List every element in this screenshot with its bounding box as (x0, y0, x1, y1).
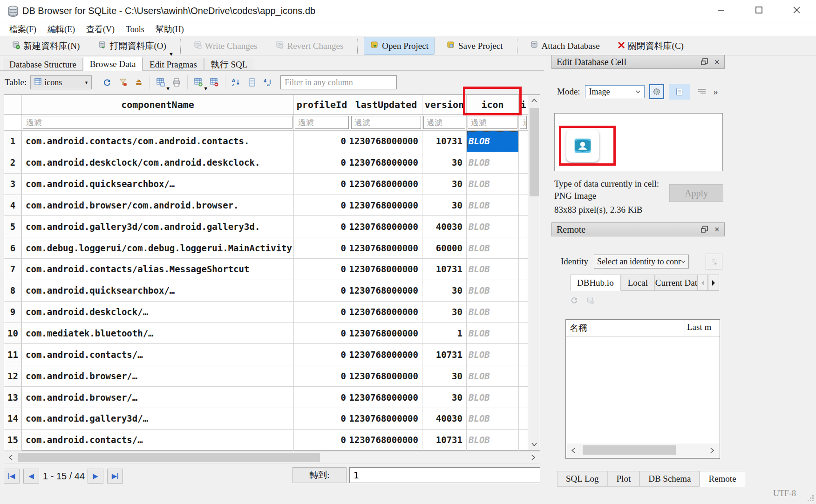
table-row[interactable]: 11com.android.contacts/…0123076800000010… (4, 344, 540, 365)
cell-lastUpdated[interactable]: 1230768000000 (350, 237, 422, 258)
cell-partial[interactable] (519, 323, 528, 344)
cell-profileId[interactable]: 0 (294, 216, 350, 237)
save-filter-icon[interactable] (131, 75, 147, 89)
cell-profileId[interactable]: 0 (294, 195, 350, 216)
scroll-down-icon[interactable] (528, 439, 540, 450)
cell-version[interactable]: 30 (422, 174, 467, 195)
cell-icon-blob[interactable]: BLOB (467, 152, 519, 173)
cell-partial[interactable] (519, 344, 528, 365)
attach-database-button[interactable]: Attach Database (524, 37, 605, 54)
table-row[interactable]: 6com.debug.loggerui/com.debug.loggerui.M… (4, 237, 540, 259)
cell-componentName[interactable]: com.android.gallery3d/… (22, 408, 294, 429)
cell-partial[interactable] (519, 430, 528, 450)
overflow-chevrons-icon[interactable]: » (714, 87, 717, 97)
column-header-componentName[interactable]: componentName (22, 95, 294, 114)
clear-filters-icon[interactable] (115, 75, 131, 89)
column-header-lastUpdated[interactable]: lastUpdated (350, 95, 422, 114)
column-header-version[interactable]: version (422, 95, 467, 114)
cell-partial[interactable] (519, 365, 528, 386)
scroll-right-icon[interactable] (706, 444, 719, 457)
cell-lastUpdated[interactable]: 1230768000000 (350, 259, 422, 280)
minimize-button[interactable] (711, 2, 731, 18)
filter-input-componentName[interactable]: 過濾 (22, 114, 294, 130)
sort-asc-icon[interactable]: Az (228, 75, 244, 89)
cell-version[interactable]: 30 (422, 152, 467, 173)
dock-tab-plot[interactable]: Plot (608, 471, 640, 487)
word-wrap-button[interactable] (695, 85, 709, 99)
tab-edit-pragmas[interactable]: Edit Pragmas (143, 58, 204, 71)
column-header-partial[interactable]: i (519, 95, 528, 114)
cell-componentName[interactable]: com.android.browser/… (22, 365, 294, 386)
import-data-button[interactable] (649, 84, 664, 99)
sort-desc-icon[interactable]: 4a (260, 75, 276, 89)
cell-componentName[interactable]: com.android.contacts/alias.MessageShortc… (22, 259, 294, 280)
delete-record-button[interactable] (206, 75, 222, 89)
table-row[interactable]: 7com.android.contacts/alias.MessageShort… (4, 259, 540, 280)
cell-componentName[interactable]: com.android.quicksearchbox/… (22, 280, 294, 301)
open-log-icon[interactable] (244, 75, 260, 89)
previous-record-button[interactable]: ◀ (23, 469, 39, 484)
cell-profileId[interactable]: 0 (294, 237, 350, 258)
cell-componentName[interactable]: com.android.gallery3d/com.android.galler… (22, 216, 294, 237)
scroll-up-icon[interactable] (528, 95, 540, 106)
cell-partial[interactable] (519, 174, 528, 195)
table-row[interactable]: 3com.android.quicksearchbox/…01230768000… (4, 174, 540, 195)
close-panel-icon[interactable]: × (714, 59, 720, 65)
cell-lastUpdated[interactable]: 1230768000000 (350, 430, 422, 450)
cell-partial[interactable] (519, 131, 528, 152)
cell-profileId[interactable]: 0 (294, 365, 350, 386)
column-header-icon[interactable]: icon (467, 95, 519, 114)
new-database-button[interactable]: 新建資料庫(N) (6, 37, 85, 55)
tab-browse-data[interactable]: Browse Data (83, 57, 143, 71)
cell-icon-blob[interactable]: BLOB (467, 259, 519, 280)
cell-partial[interactable] (519, 237, 528, 258)
cell-profileId[interactable]: 0 (294, 344, 350, 365)
filter-input-partial[interactable]: 過濾 (519, 114, 528, 130)
cell-version[interactable]: 10731 (422, 259, 467, 280)
horizontal-scroll-thumb[interactable] (18, 453, 320, 462)
cell-lastUpdated[interactable]: 1230768000000 (350, 216, 422, 237)
tab-scroll-left-button[interactable] (698, 275, 708, 291)
cell-componentName[interactable]: com.debug.loggerui/com.debug.loggerui.Ma… (22, 237, 294, 258)
filter-input-lastUpdated[interactable]: 過濾 (350, 114, 422, 130)
cell-profileId[interactable]: 0 (294, 131, 350, 152)
remote-refresh-icon[interactable] (570, 296, 578, 306)
cell-icon-blob[interactable]: BLOB (467, 430, 519, 450)
write-changes-button[interactable]: Write Changes (187, 37, 263, 54)
cell-icon-blob[interactable]: BLOB (467, 344, 519, 365)
filter-input-icon[interactable]: 過濾 (467, 114, 519, 130)
horizontal-scroll-thumb[interactable] (583, 445, 676, 455)
cell-componentName[interactable]: com.android.contacts/… (22, 430, 294, 450)
scroll-left-icon[interactable] (4, 451, 17, 464)
cell-icon-blob[interactable]: BLOB (467, 323, 519, 344)
remote-clone-database-icon[interactable] (586, 296, 594, 306)
menu-item-2[interactable]: 查看(V) (81, 23, 120, 36)
cell-profileId[interactable]: 0 (294, 408, 350, 429)
tab-scroll-right-button[interactable] (708, 275, 719, 291)
cell-version[interactable]: 30 (422, 387, 467, 408)
cell-partial[interactable] (519, 152, 528, 173)
cell-icon-blob[interactable]: BLOB (467, 280, 519, 301)
print-button[interactable] (169, 75, 184, 89)
cell-version[interactable]: 10731 (422, 131, 467, 152)
cell-icon-blob[interactable]: BLOB (467, 195, 519, 216)
cell-componentName[interactable]: com.mediatek.bluetooth/… (22, 323, 294, 344)
cell-lastUpdated[interactable]: 1230768000000 (350, 365, 422, 386)
close-panel-icon[interactable]: × (714, 226, 720, 233)
save-project-button[interactable]: Save Project (441, 37, 509, 54)
cell-lastUpdated[interactable]: 1230768000000 (350, 323, 422, 344)
open-database-button[interactable]: 打開資料庫(O) ▼ (92, 37, 171, 55)
menu-item-1[interactable]: 編輯(E) (42, 23, 81, 36)
cell-icon-blob[interactable]: BLOB (467, 216, 519, 237)
column-header-profileId[interactable]: profileId (294, 95, 350, 114)
remote-column-last-modified[interactable]: Last m (685, 320, 720, 336)
cell-profileId[interactable]: 0 (294, 259, 350, 280)
cell-profileId[interactable]: 0 (294, 302, 350, 323)
table-row[interactable]: 1com.android.contacts/com.android.contac… (4, 131, 540, 152)
cell-partial[interactable] (519, 302, 528, 323)
dock-tab-db-schema[interactable]: DB Schema (639, 471, 700, 487)
menu-item-0[interactable]: 檔案(F) (4, 23, 42, 36)
cell-lastUpdated[interactable]: 1230768000000 (350, 344, 422, 365)
table-row[interactable]: 14com.android.gallery3d/…012307680000004… (4, 408, 540, 430)
cell-componentName[interactable]: com.android.browser/… (22, 387, 294, 408)
